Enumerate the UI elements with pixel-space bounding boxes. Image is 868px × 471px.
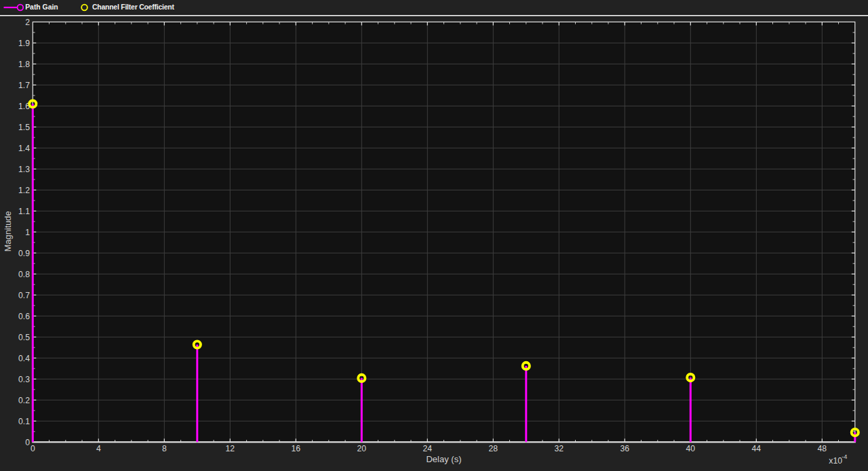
svg-text:1.1: 1.1 (18, 207, 30, 216)
svg-text:1.4: 1.4 (18, 144, 30, 153)
svg-text:1.7: 1.7 (18, 81, 30, 90)
svg-text:48: 48 (818, 444, 827, 453)
svg-text:1.2: 1.2 (18, 186, 30, 195)
svg-text:1.9: 1.9 (18, 39, 30, 48)
svg-text:-4: -4 (842, 453, 847, 460)
svg-text:40: 40 (686, 444, 696, 453)
svg-text:0.5: 0.5 (18, 333, 30, 342)
svg-text:Delay (s): Delay (s) (426, 454, 461, 464)
svg-text:16: 16 (292, 444, 301, 453)
svg-text:36: 36 (620, 444, 630, 453)
svg-text:Channel Filter Coefficient: Channel Filter Coefficient (92, 3, 174, 11)
svg-text:28: 28 (489, 444, 498, 453)
svg-text:32: 32 (555, 444, 564, 453)
svg-text:0.1: 0.1 (18, 417, 30, 426)
svg-text:2: 2 (25, 18, 30, 27)
svg-text:0.2: 0.2 (18, 396, 30, 405)
svg-text:x10: x10 (829, 456, 842, 466)
svg-text:0.4: 0.4 (18, 354, 30, 363)
svg-text:20: 20 (357, 444, 367, 453)
svg-text:1.3: 1.3 (18, 165, 30, 174)
svg-text:0.9: 0.9 (18, 249, 30, 258)
svg-text:0.3: 0.3 (18, 375, 30, 384)
svg-text:1.8: 1.8 (18, 60, 30, 69)
svg-text:24: 24 (423, 444, 433, 453)
svg-text:44: 44 (752, 444, 762, 453)
svg-text:1.5: 1.5 (18, 123, 30, 132)
svg-text:1: 1 (25, 228, 30, 237)
svg-text:Path Gain: Path Gain (25, 3, 58, 11)
svg-text:0.8: 0.8 (18, 270, 30, 279)
svg-text:0.6: 0.6 (18, 312, 30, 321)
svg-text:Magnitude: Magnitude (3, 211, 13, 251)
svg-text:8: 8 (162, 444, 167, 453)
svg-text:4: 4 (96, 444, 101, 453)
svg-text:0: 0 (31, 444, 35, 453)
svg-text:0.7: 0.7 (18, 291, 30, 300)
svg-text:0: 0 (25, 438, 30, 447)
svg-text:12: 12 (226, 444, 235, 453)
